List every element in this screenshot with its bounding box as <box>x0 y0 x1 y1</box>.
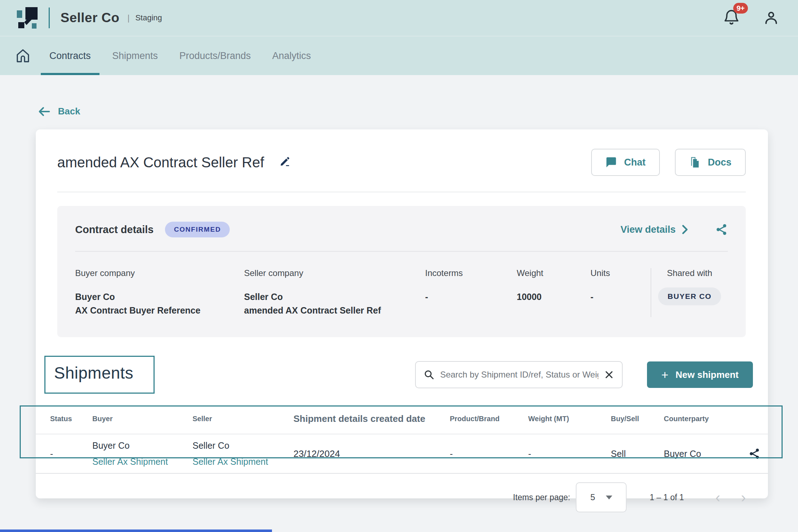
arrow-left-icon <box>38 106 51 117</box>
app-screen: Seller Co | Staging 9+ Contracts <box>0 0 798 532</box>
search-input[interactable] <box>440 370 598 380</box>
field-seller-company: Seller company Seller Co amended AX Cont… <box>244 268 425 317</box>
docs-icon <box>689 156 701 168</box>
field-label: Seller company <box>244 268 418 278</box>
view-details-link[interactable]: View details <box>621 224 688 235</box>
cell-buy-sell: Sell <box>611 449 664 459</box>
shared-with-chip: BUYER CO <box>658 287 721 305</box>
cell-created-date: 23/12/2024 <box>293 448 450 459</box>
panel-divider <box>75 251 728 252</box>
home-icon <box>15 48 31 64</box>
field-shared-with: Shared with BUYER CO <box>651 268 728 317</box>
chat-button-label: Chat <box>624 157 646 168</box>
docs-button[interactable]: Docs <box>675 149 746 176</box>
field-label: Weight <box>517 268 583 278</box>
chevron-right-icon <box>681 225 688 235</box>
column-header-created-date: Shipment details created date <box>293 413 450 424</box>
chat-button[interactable]: Chat <box>591 149 660 176</box>
table-row[interactable]: - Buyer Co Seller Ax Shipment Seller Co … <box>36 434 768 474</box>
card-header: amended AX Contract Seller Ref Chat <box>36 129 768 176</box>
seller-shipment-link[interactable]: Seller Ax Shipment <box>193 457 293 467</box>
field-weight: Weight 10000 <box>517 268 590 317</box>
shipments-toolbar: Shipments + New shipment <box>44 356 753 394</box>
contract-title: amended AX Contract Seller Ref <box>57 154 264 171</box>
pencil-icon <box>278 156 291 168</box>
shared-with-label: Shared with <box>651 268 728 278</box>
tab-shipments[interactable]: Shipments <box>102 36 169 75</box>
close-icon <box>604 370 614 380</box>
field-incoterms: Incoterms - <box>425 268 517 317</box>
items-per-page-value: 5 <box>590 492 595 502</box>
chat-icon <box>605 157 617 168</box>
cell-status: - <box>50 449 92 459</box>
seller-company-name: Seller Co <box>244 290 418 304</box>
buyer-contract-reference: AX Contract Buyer Reference <box>75 304 237 317</box>
cell-seller: Seller Co Seller Ax Shipment <box>193 440 293 467</box>
items-per-page-select[interactable]: 5 <box>576 482 627 512</box>
cell-weight: - <box>528 449 611 459</box>
column-header-status: Status <box>50 415 92 423</box>
notifications-button[interactable]: 9+ <box>724 9 739 27</box>
title-divider <box>57 192 746 192</box>
env-separator: | <box>127 13 130 23</box>
column-header-counterparty: Counterparty <box>664 415 741 423</box>
field-label: Incoterms <box>425 268 510 278</box>
back-button[interactable]: Back <box>38 106 80 117</box>
plus-icon: + <box>661 369 668 381</box>
column-header-buy-sell: Buy/Sell <box>611 415 664 423</box>
company-name: Seller Co <box>60 10 120 25</box>
logo-divider <box>49 8 50 28</box>
next-page-button[interactable]: › <box>741 490 746 504</box>
top-bar: Seller Co | Staging 9+ <box>0 0 798 36</box>
previous-page-button[interactable]: ‹ <box>715 490 720 504</box>
weight-value: 10000 <box>517 290 583 304</box>
company-logo-icon <box>16 6 39 29</box>
contract-details-panel: Contract details CONFIRMED View details <box>57 206 746 337</box>
search-icon <box>424 369 434 380</box>
column-header-product: Product/Brand <box>450 415 528 423</box>
status-badge: CONFIRMED <box>165 222 230 237</box>
active-tab-indicator <box>41 73 99 75</box>
items-per-page-label: Items per page: <box>513 493 570 502</box>
edit-title-button[interactable] <box>278 156 291 169</box>
seller-name: Seller Co <box>193 440 293 451</box>
buyer-company-name: Buyer Co <box>75 290 237 304</box>
pagination-range: 1 – 1 of 1 <box>649 493 684 502</box>
new-shipment-button[interactable]: + New shipment <box>647 361 753 388</box>
pagination-bar: Items per page: 5 1 – 1 of 1 ‹ › <box>36 482 746 512</box>
tab-contracts-label: Contracts <box>49 50 91 61</box>
new-shipment-label: New shipment <box>676 369 739 380</box>
share-shipment-button[interactable] <box>748 448 760 460</box>
share-icon <box>715 223 728 236</box>
units-value: - <box>590 290 643 304</box>
chevron-down-icon <box>606 496 612 499</box>
column-header-weight: Weight (MT) <box>528 415 611 423</box>
notification-count-badge: 9+ <box>733 3 748 14</box>
tab-contracts[interactable]: Contracts <box>39 36 102 75</box>
clear-search-button[interactable] <box>604 370 614 380</box>
buyer-shipment-link[interactable]: Seller Ax Shipment <box>92 457 193 467</box>
shipments-table: Status Buyer Seller Shipment details cre… <box>36 409 768 474</box>
shipments-heading: Shipments <box>54 364 133 382</box>
account-button[interactable] <box>763 10 779 26</box>
person-icon <box>763 10 779 26</box>
tab-products-brands[interactable]: Products/Brands <box>169 36 262 75</box>
cell-buyer: Buyer Co Seller Ax Shipment <box>92 440 193 467</box>
environment-label: Staging <box>135 13 162 23</box>
nav-home-button[interactable] <box>7 36 39 75</box>
share-icon <box>748 448 760 460</box>
field-label: Units <box>590 268 643 278</box>
tab-analytics[interactable]: Analytics <box>262 36 322 75</box>
field-buyer-company: Buyer company Buyer Co AX Contract Buyer… <box>75 268 244 317</box>
share-contract-button[interactable] <box>715 223 728 236</box>
incoterms-value: - <box>425 290 510 304</box>
column-header-buyer: Buyer <box>92 415 193 423</box>
view-details-label: View details <box>621 224 676 235</box>
cell-product: - <box>450 449 528 459</box>
tab-analytics-label: Analytics <box>272 50 311 61</box>
shipment-search-field[interactable] <box>415 361 623 388</box>
tab-products-brands-label: Products/Brands <box>179 50 251 61</box>
docs-button-label: Docs <box>708 157 731 168</box>
field-label: Buyer company <box>75 268 237 278</box>
bottom-blue-bar <box>0 529 272 532</box>
